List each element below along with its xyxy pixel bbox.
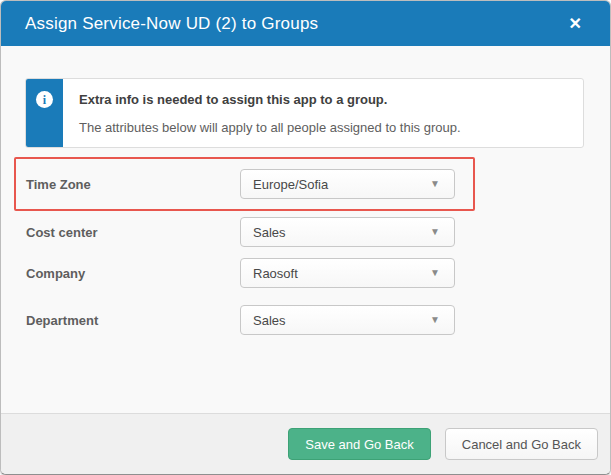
chevron-down-icon: ▼ [430,315,442,325]
modal-title: Assign Service-Now UD (2) to Groups [25,14,565,34]
department-value: Sales [253,313,430,328]
field-row-cost-center: Cost center Sales ▼ [1,217,610,247]
cost-center-select[interactable]: Sales ▼ [240,217,455,247]
chevron-down-icon: ▼ [430,227,442,237]
department-select[interactable]: Sales ▼ [240,305,455,335]
chevron-down-icon: ▼ [430,179,442,189]
field-row-time-zone: Time Zone Europe/Sofia ▼ [1,169,610,199]
company-label: Company [26,258,85,288]
field-row-company: Company Raosoft ▼ [1,258,610,288]
time-zone-select[interactable]: Europe/Sofia ▼ [240,169,455,199]
cancel-and-go-back-button[interactable]: Cancel and Go Back [445,428,598,460]
assign-to-groups-modal: Assign Service-Now UD (2) to Groups ✕ i … [0,0,611,475]
info-heading: Extra info is needed to assign this app … [79,92,461,107]
field-row-department: Department Sales ▼ [1,305,610,335]
company-select[interactable]: Raosoft ▼ [240,258,455,288]
time-zone-value: Europe/Sofia [253,177,430,192]
info-icon: i [36,91,53,108]
info-banner: i Extra info is needed to assign this ap… [25,78,584,148]
close-icon[interactable]: ✕ [565,12,586,36]
cost-center-value: Sales [253,225,430,240]
department-label: Department [26,305,98,335]
chevron-down-icon: ▼ [430,268,442,278]
company-value: Raosoft [253,266,430,281]
modal-header: Assign Service-Now UD (2) to Groups ✕ [1,1,610,46]
info-banner-text: Extra info is needed to assign this app … [63,79,477,147]
info-banner-strip: i [26,79,63,147]
time-zone-label: Time Zone [26,169,91,199]
info-subtext: The attributes below will apply to all p… [79,120,461,135]
modal-footer: Save and Go Back Cancel and Go Back [1,413,610,474]
save-and-go-back-button[interactable]: Save and Go Back [288,428,430,460]
cost-center-label: Cost center [26,217,98,247]
